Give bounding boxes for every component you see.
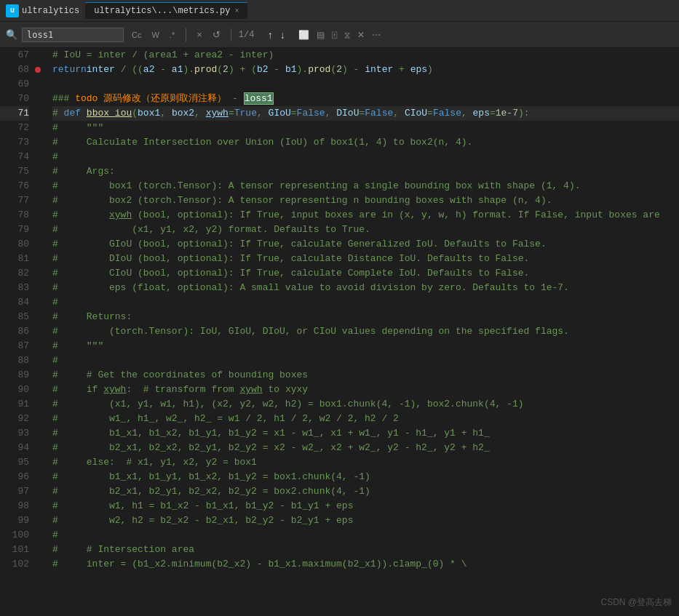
breakpoint-area — [35, 266, 47, 281]
line-number: 72 — [0, 121, 29, 135]
breakpoint-area — [35, 513, 47, 528]
code-line[interactable] — [52, 77, 679, 92]
breakpoint-area — [35, 557, 47, 572]
filter-button[interactable]: ⧖ — [341, 28, 353, 41]
breakpoint-area — [35, 353, 47, 368]
breakpoint-area — [35, 412, 47, 426]
search-input[interactable] — [22, 28, 124, 42]
code-line[interactable]: # inter = (b1_x2.minimum(b2_x2) - b1_x1.… — [52, 557, 679, 572]
code-line[interactable]: # (torch.Tensor): IoU, GIoU, DIoU, or CI… — [52, 324, 679, 339]
line-number: 86 — [0, 324, 29, 339]
line-number: 75 — [0, 164, 29, 179]
code-line[interactable]: # b2_x1, b2_x2, b2_y1, b2_y2 = x2 - w2_,… — [52, 441, 679, 455]
breakpoint-area — [35, 441, 47, 455]
refresh-search-button[interactable]: ↺ — [210, 28, 223, 41]
line-number: 81 — [0, 252, 29, 266]
breakpoint-area — [35, 150, 47, 164]
code-line[interactable]: # def bbox_iou(box1, box2, xywh=True, GI… — [52, 106, 679, 121]
result-count: 1/4 — [239, 30, 261, 40]
breakpoint-area — [35, 92, 47, 106]
expand-selection-button[interactable]: ⬜ — [295, 28, 312, 41]
code-line[interactable]: # (x1, y1, x2, y2) format. Defaults to T… — [52, 223, 679, 237]
file-tab[interactable]: ultralytics\...\metrics.py × — [85, 2, 247, 19]
breakpoint-area — [35, 528, 47, 543]
line-number: 74 — [0, 150, 29, 164]
search-separator — [186, 28, 186, 41]
code-line[interactable]: # box1 (torch.Tensor): A tensor represen… — [52, 179, 679, 193]
close-find-button[interactable]: ✕ — [354, 28, 368, 41]
code-line[interactable]: # xywh (bool, optional): If True, input … — [52, 208, 679, 223]
code-line[interactable]: # box2 (torch.Tensor): A tensor represen… — [52, 193, 679, 208]
code-line[interactable]: # Calculate Intersection over Union (IoU… — [52, 135, 679, 150]
line-number: 90 — [0, 383, 29, 397]
code-line[interactable]: # b2_x1, b2_y1, b2_x2, b2_y2 = box2.chun… — [52, 484, 679, 499]
code-line[interactable]: # CIoU (bool, optional): If True, calcul… — [52, 266, 679, 281]
line-number: 73 — [0, 135, 29, 150]
code-line[interactable]: # GIoU (bool, optional): If True, calcul… — [52, 237, 679, 252]
preserve-case-button[interactable]: ⍐ — [329, 28, 340, 41]
watermark: CSDN @登高去梯 — [600, 596, 672, 609]
breakpoint-area — [35, 310, 47, 324]
line-number: 92 — [0, 412, 29, 426]
select-all-button[interactable]: ▤ — [314, 28, 327, 41]
search-bar: 🔍 Cc W .* × ↺ 1/4 ↑ ↓ ⬜ ▤ ⍐ ⧖ ✕ ⋯ — [0, 22, 679, 48]
title-bar: u ultralytics ultralytics\...\metrics.py… — [0, 0, 679, 22]
line-number: 71 — [0, 106, 29, 121]
breakpoint-area — [35, 77, 47, 92]
line-number: 87 — [0, 339, 29, 353]
search-actions: Cc W .* — [128, 29, 178, 41]
code-line[interactable]: # — [52, 353, 679, 368]
match-case-button[interactable]: Cc — [128, 29, 145, 41]
line-number: 101 — [0, 543, 29, 557]
file-tab-name: ultralytics\...\metrics.py — [94, 6, 230, 16]
code-line[interactable]: return inter / ((a2 - a1).prod(2) + (b2 … — [52, 63, 679, 77]
whole-word-button[interactable]: W — [148, 29, 162, 41]
code-line[interactable]: # IoU = inter / (area1 + area2 - inter) — [52, 48, 679, 63]
code-line[interactable]: # if xywh: # transform from xywh to xyxy — [52, 383, 679, 397]
breakpoint-area — [35, 368, 47, 383]
app-logo: u ultralytics — [6, 4, 79, 17]
next-result-button[interactable]: ↓ — [277, 28, 288, 42]
code-content[interactable]: # IoU = inter / (area1 + area2 - inter) … — [47, 48, 679, 616]
code-line[interactable]: # — [52, 528, 679, 543]
line-number: 102 — [0, 557, 29, 572]
breakpoint-area — [35, 179, 47, 193]
code-line[interactable]: # — [52, 150, 679, 164]
line-number: 82 — [0, 266, 29, 281]
code-line[interactable]: # b1_x1, b1_x2, b1_y1, b1_y2 = x1 - w1_,… — [52, 426, 679, 441]
prev-result-button[interactable]: ↑ — [265, 28, 276, 42]
code-line[interactable]: # w1_, h1_, w2_, h2_ = w1 / 2, h1 / 2, w… — [52, 412, 679, 426]
line-number: 84 — [0, 295, 29, 310]
code-line[interactable]: # """ — [52, 121, 679, 135]
code-line[interactable]: # (x1, y1, w1, h1), (x2, y2, w2, h2) = b… — [52, 397, 679, 412]
code-line[interactable]: ### todo 源码修改（还原则取消注释） - loss1 — [52, 92, 679, 106]
breakpoint-area — [35, 164, 47, 179]
code-line[interactable]: # eps (float, optional): A small value t… — [52, 281, 679, 295]
line-numbers: 6768697071727374757677787980818283848586… — [0, 48, 35, 616]
logo-text: ultralytics — [22, 6, 79, 16]
breakpoint-area — [35, 63, 47, 77]
close-search-button[interactable]: × — [194, 28, 205, 41]
code-line[interactable]: # Returns: — [52, 310, 679, 324]
line-number: 76 — [0, 179, 29, 193]
code-line[interactable]: # # Get the coordinates of bounding boxe… — [52, 368, 679, 383]
code-line[interactable]: # """ — [52, 339, 679, 353]
code-line[interactable]: # w2, h2 = b2_x2 - b2_x1, b2_y2 - b2_y1 … — [52, 513, 679, 528]
line-number: 100 — [0, 528, 29, 543]
code-line[interactable]: # — [52, 295, 679, 310]
line-number: 79 — [0, 223, 29, 237]
code-line[interactable]: # # Intersection area — [52, 543, 679, 557]
line-number: 95 — [0, 455, 29, 470]
breakpoint-area — [35, 470, 47, 484]
code-line[interactable]: # else: # x1, y1, x2, y2 = box1 — [52, 455, 679, 470]
code-line[interactable]: # b1_x1, b1_y1, b1_x2, b1_y2 = box1.chun… — [52, 470, 679, 484]
regex-button[interactable]: .* — [166, 29, 178, 41]
code-line[interactable]: # Args: — [52, 164, 679, 179]
tab-close-icon[interactable]: × — [234, 7, 239, 15]
line-number: 80 — [0, 237, 29, 252]
code-line[interactable]: # DIoU (bool, optional): If True, calcul… — [52, 252, 679, 266]
line-number: 96 — [0, 470, 29, 484]
code-line[interactable]: # w1, h1 = b1_x2 - b1_x1, b1_y2 - b1_y1 … — [52, 499, 679, 513]
more-options-button[interactable]: ⋯ — [369, 28, 384, 41]
breakpoint-column — [35, 48, 47, 616]
